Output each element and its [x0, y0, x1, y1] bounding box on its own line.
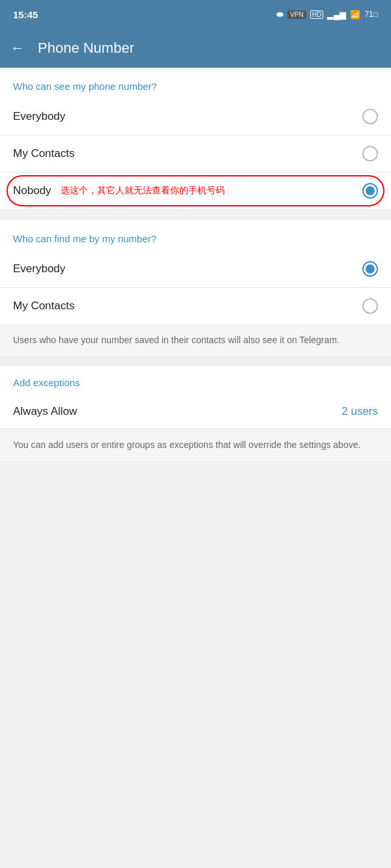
my-contacts-option-2[interactable]: My Contacts [0, 288, 391, 324]
section2-label: Who can find me by my number? [0, 220, 391, 251]
back-button[interactable]: ← [10, 40, 25, 57]
content: Who can see my phone number? Everybody M… [0, 68, 391, 656]
everybody-label-1: Everybody [13, 110, 65, 123]
page-title: Phone Number [38, 40, 134, 57]
always-allow-label: Always Allow [13, 405, 77, 418]
exceptions-section: Add exceptions Always Allow 2 users [0, 367, 391, 429]
nobody-option[interactable]: Nobody 选这个，其它人就无法查看你的手机号码 [0, 173, 391, 210]
nobody-left-group: Nobody 选这个，其它人就无法查看你的手机号码 [13, 184, 225, 197]
my-contacts-radio-1[interactable] [362, 146, 378, 161]
exceptions-info: You can add users or entire groups as ex… [0, 429, 391, 461]
my-contacts-label-1: My Contacts [13, 147, 74, 160]
always-allow-row[interactable]: Always Allow 2 users [0, 395, 391, 429]
bluetooth-icon: ⬬ [276, 9, 283, 20]
nobody-annotation: 选这个，其它人就无法查看你的手机号码 [61, 185, 225, 197]
page-remainder [0, 461, 391, 656]
find-by-number-section: Who can find me by my number? Everybody … [0, 220, 391, 324]
phone-visibility-section: Who can see my phone number? Everybody M… [0, 68, 391, 210]
nobody-radio[interactable] [362, 183, 378, 199]
everybody-radio-1[interactable] [362, 109, 378, 124]
hd-badge: HD [310, 10, 323, 19]
add-exceptions-label[interactable]: Add exceptions [0, 367, 391, 395]
find-by-number-info: Users who have your number saved in thei… [0, 324, 391, 356]
everybody-label-2: Everybody [13, 262, 65, 275]
my-contacts-label-2: My Contacts [13, 300, 74, 313]
signal-icon: ▂▄▆ [327, 10, 346, 20]
section-divider-1 [0, 210, 391, 220]
status-time: 15:45 [13, 9, 38, 20]
section-divider-2 [0, 356, 391, 367]
everybody-radio-2[interactable] [362, 261, 378, 277]
everybody-option-1[interactable]: Everybody [0, 98, 391, 135]
status-bar: 15:45 ⬬ VPN HD ▂▄▆ 📶 71□ [0, 0, 391, 29]
everybody-option-2[interactable]: Everybody [0, 251, 391, 288]
section1-label: Who can see my phone number? [0, 68, 391, 98]
wifi-icon: 📶 [350, 10, 360, 20]
nobody-label: Nobody [13, 184, 51, 197]
page-header: ← Phone Number [0, 29, 391, 68]
my-contacts-option-1[interactable]: My Contacts [0, 135, 391, 173]
battery-icon: 71□ [364, 10, 378, 19]
vpn-badge: VPN [287, 10, 306, 19]
my-contacts-radio-2[interactable] [362, 298, 378, 314]
always-allow-value: 2 users [341, 405, 378, 418]
status-icons: ⬬ VPN HD ▂▄▆ 📶 71□ [276, 9, 378, 20]
